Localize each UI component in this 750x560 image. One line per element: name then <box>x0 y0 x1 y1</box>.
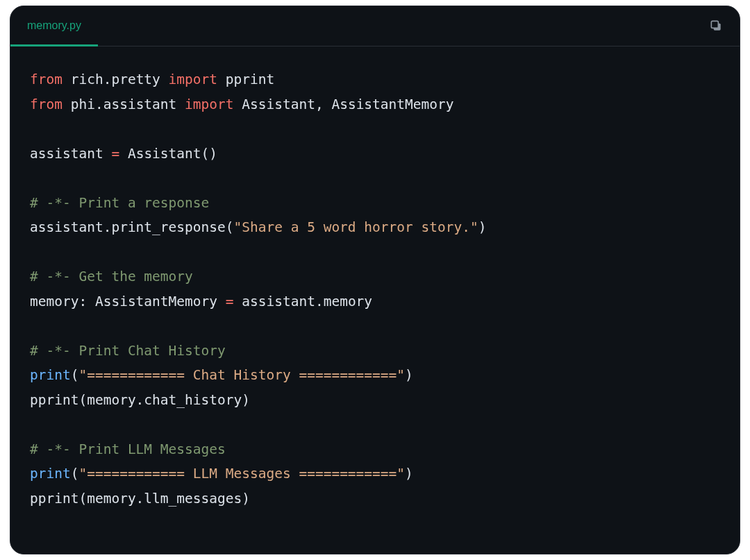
paren-close: ) <box>478 219 487 235</box>
builtin-print: print <box>30 466 71 482</box>
comment: # -*- Print LLM Messages <box>30 441 226 457</box>
import-names: pprint <box>217 71 274 87</box>
file-tab[interactable]: memory.py <box>10 6 98 46</box>
call-expr: assistant.print_response( <box>30 219 234 235</box>
expr: assistant.memory <box>234 294 373 309</box>
copy-button[interactable] <box>706 16 726 35</box>
copy-icon <box>709 19 723 33</box>
string-literal: "============ Chat History ============" <box>78 367 405 383</box>
keyword-from: from <box>30 96 62 112</box>
call-expr: pprint(memory.chat_history) <box>30 392 250 408</box>
identifier: assistant <box>30 146 111 162</box>
module-path: rich.pretty <box>62 71 169 87</box>
identifier: memory: AssistantMemory <box>30 294 226 309</box>
file-tab-label: memory.py <box>27 19 81 32</box>
string-literal: "Share a 5 word horror story." <box>234 219 478 235</box>
string-literal: "============ LLM Messages ============" <box>78 466 405 482</box>
paren-close: ) <box>405 466 413 482</box>
code-area: from rich.pretty import pprint from phi.… <box>10 46 740 532</box>
operator-assign: = <box>111 146 119 162</box>
paren-close: ) <box>405 367 413 383</box>
builtin-print: print <box>30 367 71 383</box>
svg-rect-1 <box>711 21 718 28</box>
keyword-import: import <box>185 96 233 112</box>
paren-open: ( <box>71 367 79 383</box>
comment: # -*- Print Chat History <box>30 343 226 359</box>
paren-open: ( <box>71 466 79 482</box>
comment: # -*- Get the memory <box>30 269 193 285</box>
code-block-frame: memory.py from rich.pretty import pprint… <box>10 6 740 554</box>
call-expr: pprint(memory.llm_messages) <box>30 491 250 507</box>
keyword-from: from <box>30 71 62 87</box>
call-expr: Assistant() <box>119 146 217 162</box>
keyword-import: import <box>169 71 217 87</box>
operator-assign: = <box>226 294 234 309</box>
comment: # -*- Print a response <box>30 195 209 211</box>
import-names: Assistant, AssistantMemory <box>234 96 454 112</box>
module-path: phi.assistant <box>62 96 185 112</box>
tab-bar: memory.py <box>10 6 740 46</box>
